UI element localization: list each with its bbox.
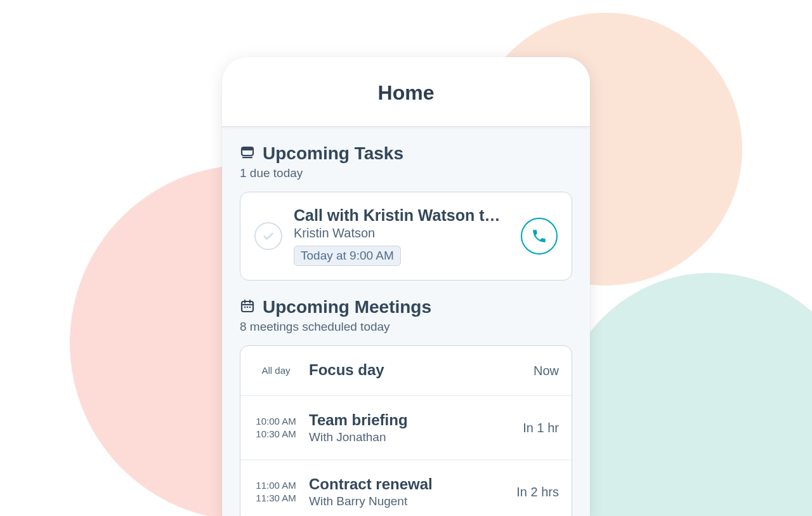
task-due-badge: Today at 9:00 AM — [294, 246, 401, 266]
meetings-subtitle: 8 meetings scheduled today — [240, 320, 572, 334]
phone-frame: Home Upcoming Tasks 1 due today Call wit… — [222, 57, 590, 516]
check-icon — [261, 229, 275, 243]
page-title: Home — [222, 81, 590, 105]
meeting-time: 10:00 AM 10:30 AM — [253, 415, 299, 441]
svg-point-9 — [249, 307, 251, 308]
svg-point-7 — [244, 307, 246, 308]
task-title: Call with Kristin Watson to… — [294, 206, 509, 225]
meeting-row[interactable]: All day Focus day Now — [240, 346, 572, 396]
section-header-row: Upcoming Tasks — [240, 143, 572, 164]
meeting-row[interactable]: 10:00 AM 10:30 AM Team briefing With Jon… — [240, 396, 572, 460]
meeting-title: Focus day — [309, 361, 523, 379]
task-content: Call with Kristin Watson to… Kristin Wat… — [294, 206, 509, 266]
meeting-relative-time: Now — [534, 364, 559, 378]
meeting-with: With Jonathan — [309, 430, 513, 444]
tasks-subtitle: 1 due today — [240, 166, 572, 180]
call-button[interactable] — [521, 218, 558, 255]
meeting-time-start: 10:00 AM — [253, 415, 299, 428]
meeting-time-end: 10:30 AM — [253, 428, 299, 440]
meeting-time: All day — [253, 364, 299, 377]
task-card[interactable]: Call with Kristin Watson to… Kristin Wat… — [240, 192, 572, 281]
phone-icon — [531, 228, 547, 244]
task-complete-toggle[interactable] — [254, 222, 282, 250]
section-header-row: Upcoming Meetings — [240, 297, 572, 317]
tasks-title: Upcoming Tasks — [263, 143, 403, 164]
meetings-title: Upcoming Meetings — [263, 297, 431, 317]
app-header: Home — [222, 57, 590, 127]
meeting-title: Team briefing — [309, 411, 513, 429]
meeting-row[interactable]: 11:00 AM 11:30 AM Contract renewal With … — [240, 460, 572, 516]
meeting-time: 11:00 AM 11:30 AM — [253, 479, 299, 505]
meeting-list: All day Focus day Now 10:00 AM 10:30 AM … — [240, 345, 572, 516]
meeting-content: Focus day — [309, 361, 523, 380]
svg-rect-1 — [242, 147, 253, 150]
meeting-time-start: 11:00 AM — [253, 479, 299, 492]
meeting-with: With Barry Nugent — [309, 494, 506, 508]
meeting-title: Contract renewal — [309, 475, 506, 493]
meeting-content: Team briefing With Jonathan — [309, 411, 513, 444]
calendar-icon — [240, 298, 255, 316]
upcoming-tasks-section: Upcoming Tasks 1 due today Call with Kri… — [222, 127, 590, 281]
meeting-content: Contract renewal With Barry Nugent — [309, 475, 506, 508]
meeting-relative-time: In 1 hr — [523, 421, 559, 435]
upcoming-meetings-section: Upcoming Meetings 8 meetings scheduled t… — [222, 281, 590, 334]
meeting-time-end: 11:30 AM — [253, 492, 299, 505]
meeting-time-start: All day — [253, 364, 299, 377]
svg-point-8 — [247, 307, 249, 308]
tasks-icon — [240, 145, 255, 162]
task-contact: Kristin Watson — [294, 226, 509, 241]
decorative-circle-mint — [558, 273, 812, 516]
meeting-relative-time: In 2 hrs — [516, 485, 559, 499]
svg-rect-2 — [242, 157, 252, 158]
